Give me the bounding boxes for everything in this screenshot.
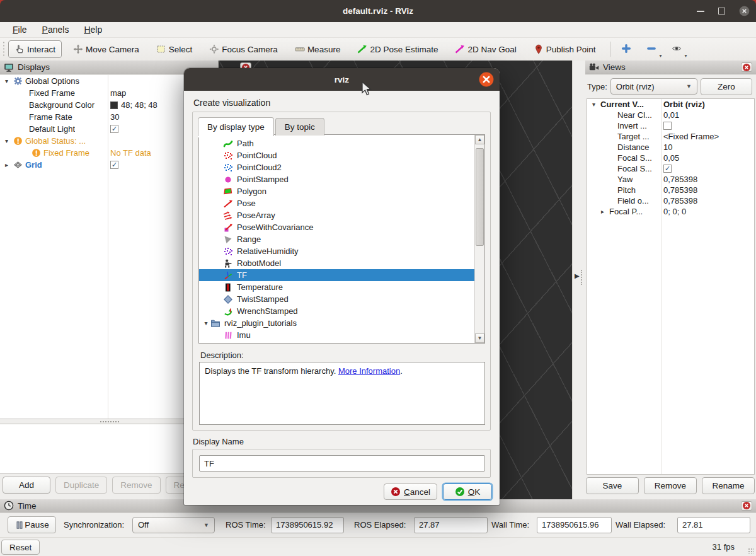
prop-value[interactable]: ✓ <box>110 125 118 133</box>
color-swatch[interactable] <box>110 101 118 109</box>
zero-button[interactable]: Zero <box>701 78 752 95</box>
dialog-heading: Create visualization <box>193 98 270 108</box>
robotmodel-icon <box>223 258 233 269</box>
views-row-focal-p[interactable]: ▸Focal P...0; 0; 0 <box>587 206 754 217</box>
window-close-icon[interactable] <box>739 6 750 16</box>
tool-2d-nav-goal[interactable]: 2D Nav Goal <box>449 41 522 57</box>
display-type-item-twiststamped[interactable]: TwistStamped <box>199 293 474 305</box>
warning-icon <box>13 136 23 146</box>
views-row-pitch[interactable]: Pitch0,785398 <box>587 185 754 195</box>
views-row-invert[interactable]: Invert ... <box>587 120 754 131</box>
tab-by-topic[interactable]: By topic <box>275 118 324 136</box>
display-type-item-posearray[interactable]: PoseArray <box>199 209 474 221</box>
list-scrollbar[interactable]: ▲ ▼ <box>474 135 484 343</box>
rename-view-button[interactable]: Rename <box>702 477 755 494</box>
cancel-button[interactable]: Cancel <box>384 484 437 500</box>
display-type-item-wrenchstamped[interactable]: WrenchStamped <box>199 305 474 317</box>
views-row-near-cl[interactable]: Near Cl...0,01 <box>587 110 754 120</box>
ros-time-field[interactable]: 1738950615.92 <box>271 517 344 533</box>
checkbox[interactable] <box>663 122 672 130</box>
display-type-item-range[interactable]: Range <box>199 233 474 245</box>
tool-visibility-button[interactable]: ▾ <box>667 41 686 58</box>
remove-display-button[interactable]: Remove <box>112 477 160 494</box>
checkbox[interactable]: ✓ <box>110 125 118 133</box>
synchronization-select[interactable]: Off ▼ <box>132 517 215 533</box>
save-view-button[interactable]: Save <box>586 477 639 494</box>
tool-measure[interactable]: Measure <box>289 41 346 57</box>
display-type-item-pose[interactable]: Pose <box>199 197 474 209</box>
checkbox[interactable]: ✓ <box>663 165 672 173</box>
toolbar-drag-handle[interactable] <box>3 41 6 57</box>
menu-file[interactable]: File <box>6 23 33 36</box>
maximize-button[interactable] <box>718 8 725 14</box>
views-row-focal-s[interactable]: Focal S...0,05 <box>587 153 754 163</box>
views-row-focal-s[interactable]: Focal S...✓ <box>587 163 754 174</box>
tool-move-camera[interactable]: Move Camera <box>67 41 145 57</box>
wall-elapsed-field[interactable]: 27.81 <box>677 517 750 533</box>
caret-down-icon[interactable]: ▾ <box>3 137 11 144</box>
views-row-distance[interactable]: Distance10 <box>587 142 754 153</box>
caret-right-icon[interactable]: ▸ <box>598 208 607 215</box>
reset-button[interactable]: Reset <box>1 540 40 555</box>
caret-down-icon[interactable]: ▾ <box>590 101 598 108</box>
display-type-item-pointcloud2[interactable]: PointCloud2 <box>199 161 474 173</box>
caret-down-icon[interactable]: ▾ <box>202 320 210 327</box>
display-type-item-posewithcovariance[interactable]: PoseWithCovariance <box>199 221 474 233</box>
ok-button[interactable]: OK <box>443 484 492 500</box>
display-type-item-imu[interactable]: Imu <box>199 329 474 341</box>
caret-down-icon[interactable]: ▾ <box>3 78 11 84</box>
display-type-item-pointcloud[interactable]: PointCloud <box>199 149 474 161</box>
views-row-field-o[interactable]: Field o...0,785398 <box>587 195 754 206</box>
dialog-titlebar[interactable]: rviz <box>184 68 500 91</box>
scroll-up-icon[interactable]: ▲ <box>475 135 484 144</box>
scroll-down-icon[interactable]: ▼ <box>475 333 484 343</box>
remove-tool-button[interactable]: ▾ <box>642 41 661 58</box>
views-panel-title: Views <box>603 62 626 72</box>
menu-panels[interactable]: Panels <box>36 23 76 36</box>
display-type-item-polygon[interactable]: Polygon <box>199 185 474 197</box>
resize-grip[interactable] <box>748 548 754 554</box>
display-type-item-pointstamped[interactable]: PointStamped <box>199 173 474 185</box>
view-type-select[interactable]: Orbit (rviz) ▼ <box>610 78 697 95</box>
tool-interact[interactable]: Interact <box>8 40 62 58</box>
display-type-item-relativehumidity[interactable]: RelativeHumidity <box>199 245 474 257</box>
prop-value[interactable]: ✓ <box>110 161 118 169</box>
display-type-item-robotmodel[interactable]: RobotModel <box>199 257 474 269</box>
scrollbar-thumb[interactable] <box>476 148 484 246</box>
chevron-right-icon[interactable]: ▶ <box>575 272 580 279</box>
views-row-target[interactable]: Target ...<Fixed Frame> <box>587 131 754 142</box>
pause-button[interactable]: Pause <box>8 516 56 533</box>
wall-time-field[interactable]: 1738950615.96 <box>537 517 612 533</box>
add-tool-button[interactable] <box>617 41 636 58</box>
views-panel-header[interactable]: Views <box>585 61 756 74</box>
tool-focus-camera[interactable]: Focus Camera <box>203 41 284 57</box>
checkbox[interactable]: ✓ <box>110 161 118 169</box>
views-row-current-v[interactable]: ▾Current V...Orbit (rviz) <box>587 99 754 110</box>
dialog-close-button[interactable] <box>479 72 494 87</box>
views-row-yaw[interactable]: Yaw0,785398 <box>587 174 754 185</box>
caret-right-icon[interactable]: ▸ <box>3 161 11 168</box>
duplicate-display-button[interactable]: Duplicate <box>55 477 107 494</box>
remove-view-button[interactable]: Remove <box>644 477 697 494</box>
tool-select[interactable]: Select <box>151 41 198 57</box>
prop-value[interactable]: ✓ <box>663 165 672 173</box>
display-type-label: Path <box>237 139 254 148</box>
ros-elapsed-field[interactable]: 27.87 <box>414 517 488 533</box>
add-display-button[interactable]: Add <box>3 477 50 494</box>
display-type-item-temperature[interactable]: Temperature <box>199 281 474 293</box>
display-type-item-tf[interactable]: TF <box>199 269 474 281</box>
display-type-item-rviz-plugin-tutorials[interactable]: ▾rviz_plugin_tutorials <box>199 317 474 329</box>
more-information-link[interactable]: More Information <box>338 366 400 376</box>
display-name-input[interactable]: TF <box>199 455 485 472</box>
time-close-button[interactable] <box>741 501 752 511</box>
display-type-item-path[interactable]: Path <box>199 137 474 149</box>
display-type-label: PoseArray <box>237 211 275 220</box>
tool-2d-pose-estimate[interactable]: 2D Pose Estimate <box>352 41 444 57</box>
menu-help[interactable]: Help <box>77 23 108 36</box>
minimize-button[interactable] <box>697 11 704 12</box>
tab-by-display-type[interactable]: By display type <box>198 117 274 136</box>
panel-collapse-strip[interactable]: ▶ <box>572 61 585 499</box>
tool-publish-point[interactable]: Publish Point <box>528 41 602 57</box>
views-close-button[interactable] <box>741 62 752 72</box>
prop-value[interactable] <box>663 122 672 130</box>
